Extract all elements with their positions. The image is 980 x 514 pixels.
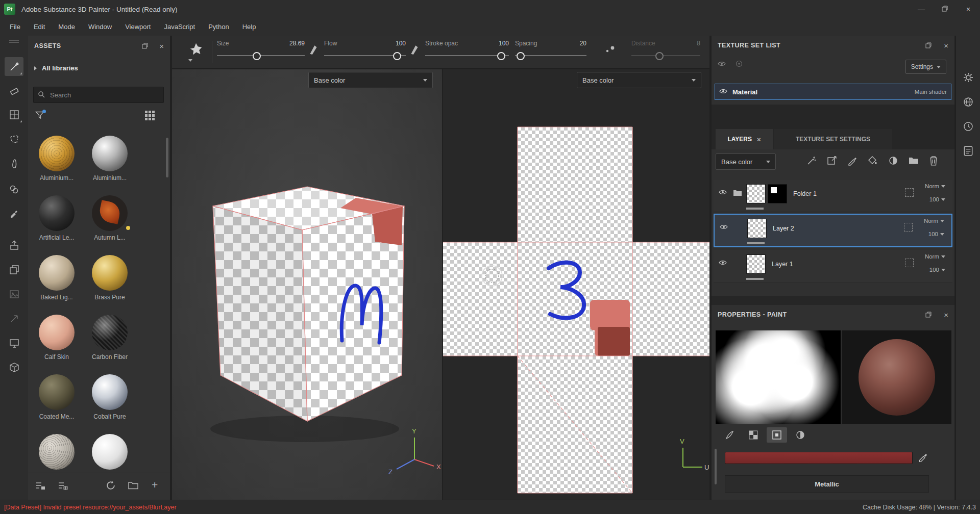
close-button[interactable]: × <box>957 0 980 18</box>
visibility-eye-icon[interactable] <box>719 88 727 96</box>
layer-mask-thumbnail[interactable] <box>768 184 787 203</box>
material-thumbnail[interactable] <box>92 434 128 470</box>
uv-tiling-icon[interactable] <box>905 188 914 197</box>
brush-tip-icon[interactable] <box>309 44 318 57</box>
projection-tool-button[interactable] <box>5 105 23 124</box>
flow-slider-knob[interactable] <box>393 52 401 60</box>
metallic-section-header[interactable]: Metallic <box>725 475 929 493</box>
add-effect-icon[interactable] <box>806 156 817 166</box>
blend-mode-select[interactable]: Norm <box>925 183 945 189</box>
search-box[interactable] <box>33 87 164 103</box>
blend-mode-select[interactable]: Norm <box>924 218 944 224</box>
layers-channel-select[interactable]: Base color <box>716 153 776 170</box>
menu-python[interactable]: Python <box>202 18 235 36</box>
menu-mode[interactable]: Mode <box>52 18 82 36</box>
smudge-tool-button[interactable] <box>5 154 23 173</box>
stroke-opacity-slider[interactable] <box>425 55 509 56</box>
paint-tool-button[interactable] <box>5 57 23 76</box>
alpha-settings-icon[interactable] <box>743 427 764 443</box>
channel-select-3d[interactable]: Base color <box>308 72 433 88</box>
display-settings-tool-button[interactable] <box>5 333 23 352</box>
asset-item[interactable]: Brass Pure <box>85 255 134 301</box>
opacity-select[interactable]: 100 <box>928 231 944 237</box>
panel-handle[interactable] <box>9 42 19 43</box>
undock-icon[interactable] <box>925 312 932 318</box>
color-swatch[interactable] <box>725 452 913 464</box>
folder-icon[interactable] <box>128 481 138 490</box>
material-thumbnail[interactable] <box>39 255 75 291</box>
asset-item[interactable] <box>85 434 134 473</box>
size-slider-knob[interactable] <box>253 52 261 60</box>
brush-tip-icon[interactable] <box>410 44 419 57</box>
layer-visibility-icon[interactable] <box>719 189 727 197</box>
asset-item[interactable] <box>32 434 81 473</box>
filter-icon[interactable] <box>35 111 44 121</box>
menu-file[interactable]: File <box>3 18 27 36</box>
layer-name[interactable]: Layer 1 <box>772 261 793 268</box>
asset-item[interactable]: Carbon Fiber <box>85 315 134 361</box>
spacing-slider[interactable] <box>515 55 586 56</box>
close-panel-icon[interactable]: × <box>159 42 164 50</box>
material-thumbnail[interactable] <box>39 136 75 171</box>
asset-item[interactable]: Aluminium... <box>32 136 81 182</box>
solo-eye-icon[interactable] <box>735 60 743 69</box>
opacity-select[interactable]: 100 <box>929 196 945 202</box>
visibility-eye-icon[interactable] <box>718 61 726 68</box>
uv-tiling-icon[interactable] <box>904 223 913 232</box>
tab-texture-set-settings[interactable]: TEXTURE SET SETTINGS <box>774 129 892 149</box>
blend-mode-select[interactable]: Norm <box>925 253 945 260</box>
menu-viewport[interactable]: Viewport <box>118 18 157 36</box>
layer-thumbnail[interactable] <box>747 219 767 238</box>
flow-slider[interactable] <box>324 55 406 56</box>
panel-handle[interactable] <box>9 40 19 41</box>
spacing-dots-icon[interactable] <box>605 45 616 56</box>
brush-alpha-preview[interactable] <box>716 330 841 424</box>
material-thumbnail[interactable] <box>39 374 75 410</box>
menu-window[interactable]: Window <box>82 18 118 36</box>
material-thumbnail[interactable] <box>92 136 128 171</box>
layer-thumbnail[interactable] <box>746 184 766 203</box>
clone-tool-button[interactable] <box>5 179 23 198</box>
material-picker-tool-button[interactable] <box>5 203 23 222</box>
stencil-settings-icon[interactable] <box>767 427 787 443</box>
search-input[interactable] <box>49 91 153 99</box>
undock-icon[interactable] <box>925 42 932 48</box>
tab-close-icon[interactable]: × <box>757 136 761 143</box>
spacing-slider-knob[interactable] <box>517 52 525 60</box>
add-collection-icon[interactable] <box>58 481 68 491</box>
size-slider[interactable] <box>217 55 305 56</box>
color-picker-icon[interactable] <box>918 451 928 464</box>
gear-icon[interactable] <box>962 71 974 84</box>
shelf-tool-button[interactable] <box>5 358 23 377</box>
export-tool-button[interactable] <box>5 236 23 254</box>
layer-row-layer-2[interactable]: Layer 2 Norm 100 <box>714 214 952 247</box>
add-mask-icon[interactable] <box>888 156 898 166</box>
asset-item[interactable]: Coated Me... <box>32 374 81 420</box>
menu-javascript[interactable]: JavaScript <box>157 18 202 36</box>
material-thumbnail[interactable] <box>92 374 128 410</box>
image-tool-button[interactable] <box>5 285 23 303</box>
asset-item[interactable]: Calf Skin <box>32 315 81 361</box>
close-panel-icon[interactable]: × <box>944 42 948 49</box>
properties-scrollbar[interactable] <box>715 449 717 484</box>
add-folder-icon[interactable] <box>909 156 919 165</box>
brush-settings-icon[interactable] <box>720 427 740 443</box>
layer-thumbnail[interactable] <box>746 254 766 274</box>
material-thumbnail[interactable] <box>92 255 128 291</box>
maximize-button[interactable] <box>933 0 957 18</box>
channel-select-2d[interactable]: Base color <box>577 72 701 88</box>
menu-edit[interactable]: Edit <box>27 18 52 36</box>
asset-item[interactable]: Autumn L... <box>85 195 134 241</box>
menu-help[interactable]: Help <box>236 18 263 36</box>
opacity-select[interactable]: 100 <box>929 267 945 273</box>
folder-icon[interactable] <box>733 189 742 198</box>
material-thumbnail[interactable] <box>92 195 128 231</box>
assets-scrollbar[interactable] <box>166 138 168 177</box>
viewport-3d[interactable]: Y X Z Base color <box>172 69 442 500</box>
layer-name[interactable]: Folder 1 <box>793 190 817 197</box>
material-thumbnail[interactable] <box>92 315 128 350</box>
layer-row-folder-1[interactable]: Folder 1 Norm 100 <box>714 180 952 212</box>
asset-item[interactable]: Aluminium... <box>85 136 134 182</box>
uv-tiling-icon[interactable] <box>905 259 914 267</box>
layer-row-layer-1[interactable]: Layer 1 Norm 100 <box>714 250 952 282</box>
